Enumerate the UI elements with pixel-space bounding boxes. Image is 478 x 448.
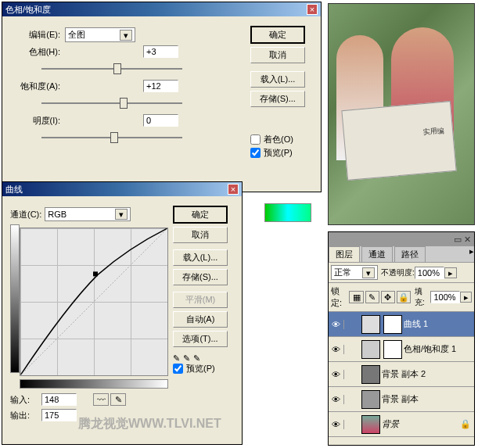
layers-titlebar[interactable]: ▭ ✕ — [329, 232, 474, 246]
light-label: 明度(I): — [10, 115, 65, 127]
eyedropper-white-icon[interactable]: ✎ — [193, 353, 200, 358]
ok-button[interactable]: 确定 — [250, 26, 305, 44]
save-button[interactable]: 存储(S)... — [250, 91, 305, 107]
input-gradient — [20, 379, 168, 389]
hsl-title: 色相/饱和度 — [5, 4, 51, 16]
colorize-checkbox[interactable] — [250, 134, 261, 145]
lock-label: 锁定: — [331, 285, 348, 309]
opacity-label: 不透明度: — [381, 267, 415, 278]
layer-row[interactable]: 👁 色相/饱和度 1 — [329, 337, 474, 362]
light-slider[interactable] — [41, 130, 182, 145]
visibility-icon[interactable]: 👁 — [329, 320, 344, 329]
input-value[interactable] — [41, 393, 77, 406]
hue-saturation-dialog: 色相/饱和度 × 编辑(E): 全图 ▾ 色相(H): 饱和度(A): — [2, 2, 322, 192]
tab-layers[interactable]: 图层 — [329, 246, 360, 262]
edit-label: 编辑(E): — [10, 29, 65, 41]
preview-checkbox[interactable] — [250, 148, 261, 158]
lock-move-icon[interactable]: ✥ — [381, 291, 395, 303]
chevron-down-icon: ▾ — [120, 30, 132, 41]
fill-label: 填充: — [415, 286, 430, 308]
hue-slider[interactable] — [41, 61, 182, 77]
auto-button[interactable]: 自动(A) — [173, 311, 228, 328]
sat-input[interactable] — [143, 80, 178, 92]
cancel-button[interactable]: 取消 — [173, 227, 228, 243]
spectrum-bar — [264, 203, 311, 222]
hsl-titlebar[interactable]: 色相/饱和度 × — [2, 2, 321, 16]
visibility-icon[interactable]: 👁 — [329, 345, 344, 354]
channel-select[interactable]: RGB ▾ — [45, 207, 131, 221]
watermark: 腾龙视觉WWW.TLVI.NET — [78, 416, 221, 432]
lock-all-icon[interactable]: 🔒 — [397, 291, 411, 303]
layers-tabs: 图层 通道 路径 ▸ — [329, 246, 474, 263]
tab-paths[interactable]: 路径 — [394, 246, 426, 262]
curve-graph[interactable] — [20, 228, 168, 376]
visibility-icon[interactable]: 👁 — [329, 395, 344, 404]
layer-row[interactable]: 👁 背景 副本 — [329, 387, 474, 412]
layer-row[interactable]: 👁 背景 🔒 — [329, 412, 474, 437]
layer-row[interactable]: 👁 曲线 1 — [329, 312, 474, 337]
opacity-input[interactable] — [415, 267, 444, 279]
load-button[interactable]: 载入(L)... — [250, 71, 305, 88]
sat-slider[interactable] — [41, 95, 182, 111]
output-value[interactable] — [41, 409, 77, 421]
layers-panel: ▭ ✕ 图层 通道 路径 ▸ 正常▾ 不透明度: ▸ 锁定: ▦ ✎ ✥ 🔒 填… — [328, 231, 475, 446]
output-gradient — [10, 224, 20, 373]
smooth-button: 平滑(M) — [173, 292, 228, 308]
eyedropper-black-icon[interactable]: ✎ — [173, 353, 180, 358]
edit-select[interactable]: 全图 ▾ — [65, 27, 135, 42]
light-input[interactable] — [143, 114, 178, 127]
svg-rect-1 — [93, 271, 98, 276]
hue-label: 色相(H): — [10, 46, 65, 58]
pencil-mode-icon[interactable]: ✎ — [110, 393, 126, 406]
layer-row[interactable]: 👁 背景 副本 2 — [329, 362, 474, 387]
cancel-button[interactable]: 取消 — [250, 47, 305, 63]
lock-paint-icon[interactable]: ✎ — [365, 291, 379, 303]
close-icon[interactable]: × — [228, 184, 239, 195]
curves-titlebar[interactable]: 曲线 × — [2, 182, 242, 196]
ok-button[interactable]: 确定 — [173, 206, 228, 224]
tab-channels[interactable]: 通道 — [361, 246, 393, 262]
panel-menu-icon[interactable]: ▸ — [469, 246, 474, 262]
input-label: 输入: — [10, 394, 41, 406]
preview-checkbox[interactable] — [173, 364, 183, 374]
load-button[interactable]: 载入(L)... — [173, 249, 228, 266]
curves-title: 曲线 — [5, 184, 23, 195]
preview-image: 实用编 — [328, 3, 475, 225]
options-button[interactable]: 选项(T)... — [173, 331, 228, 347]
chevron-down-icon: ▾ — [115, 209, 128, 220]
fill-input[interactable] — [430, 291, 460, 303]
output-label: 输出: — [10, 410, 41, 421]
visibility-icon[interactable]: 👁 — [329, 420, 344, 429]
channel-label: 通道(C): — [10, 209, 45, 220]
curve-mode-icon[interactable]: 〰 — [93, 393, 109, 406]
blend-mode-select[interactable]: 正常▾ — [331, 265, 378, 280]
visibility-icon[interactable]: 👁 — [329, 370, 344, 379]
sat-label: 饱和度(A): — [10, 81, 65, 92]
save-button[interactable]: 存储(S)... — [173, 269, 228, 285]
hue-input[interactable] — [143, 45, 178, 58]
lock-transparency-icon[interactable]: ▦ — [349, 291, 363, 303]
eyedropper-gray-icon[interactable]: ✎ — [183, 353, 190, 358]
minimize-icon[interactable]: ▭ ✕ — [454, 235, 471, 245]
svg-line-0 — [20, 228, 167, 375]
curves-dialog: 曲线 × 通道(C): RGB ▾ — [2, 181, 243, 445]
close-icon[interactable]: × — [307, 4, 318, 15]
lock-icon: 🔒 — [460, 419, 471, 429]
